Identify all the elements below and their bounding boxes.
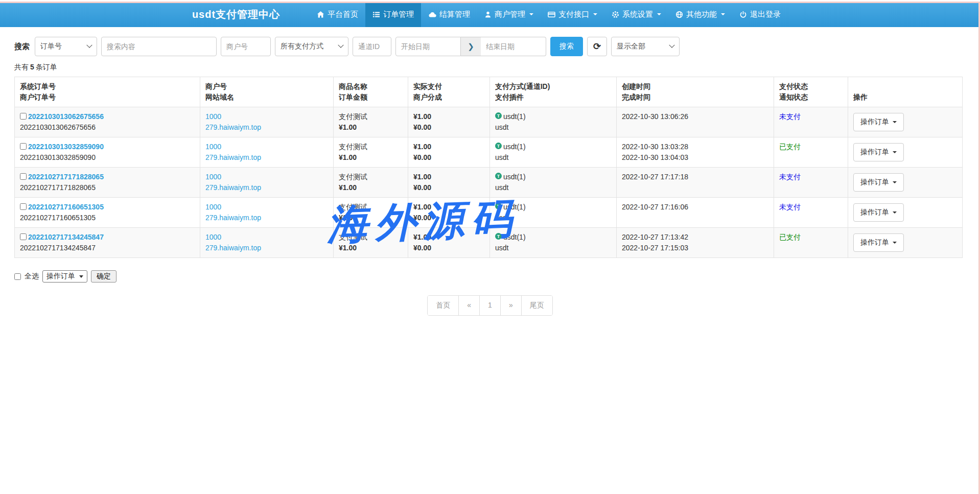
search-button[interactable]: 搜索 <box>550 37 583 56</box>
system-order-link[interactable]: 2022103013032859090 <box>28 143 104 151</box>
pagination-prev[interactable]: « <box>459 296 480 315</box>
pay-method-select[interactable]: 所有支付方式 <box>275 37 348 56</box>
pagination-first[interactable]: 首页 <box>428 296 459 315</box>
table-row: 2022102717171828065 2022102717171828065 … <box>15 168 963 198</box>
merchant-id-link[interactable]: 1000 <box>205 112 221 121</box>
system-order-link[interactable]: 2022102717160651305 <box>28 203 104 211</box>
search-toolbar: 搜索 订单号 所有支付方式 ❯ 搜索 ⟳ 显示全部 <box>0 37 980 56</box>
merchant-share-amount: ¥0.00 <box>413 213 484 223</box>
status-badge: 未支付 <box>779 203 801 211</box>
completed-time <box>622 182 768 193</box>
nav-item-other-functions[interactable]: 其他功能 <box>668 2 732 27</box>
pay-method: usdt(1) <box>503 111 526 122</box>
completed-time <box>622 213 768 223</box>
completed-time: 2022-10-27 17:15:03 <box>622 243 768 253</box>
site-domain-link[interactable]: 279.haiwaiym.top <box>205 183 261 192</box>
nav-item-merchants[interactable]: 商户管理 <box>477 2 541 27</box>
page: usdt支付管理中心 平台首页 订单管理 结算管理 商户管理 支付接口 <box>0 2 980 494</box>
cloud-icon <box>428 11 436 18</box>
site-domain-link[interactable]: 279.haiwaiym.top <box>205 153 261 161</box>
select-all-checkbox[interactable] <box>14 273 21 280</box>
nav-item-label: 其他功能 <box>686 10 717 19</box>
end-date-input[interactable] <box>481 37 546 56</box>
col-header-actions: 操作 <box>848 77 963 107</box>
operate-order-button[interactable]: 操作订单 <box>853 113 904 131</box>
merchant-id-link[interactable]: 1000 <box>205 173 221 181</box>
merchant-id-input[interactable] <box>221 37 271 56</box>
date-range-arrow-button[interactable]: ❯ <box>461 37 481 56</box>
nav-item-label: 平台首页 <box>328 10 358 19</box>
site-domain-link[interactable]: 279.haiwaiym.top <box>205 244 261 252</box>
pay-plugin: usdt <box>495 182 611 193</box>
pagination-next[interactable]: » <box>501 296 522 315</box>
merchant-id-link[interactable]: 1000 <box>205 143 221 151</box>
operate-order-button[interactable]: 操作订单 <box>853 143 904 161</box>
nav-item-system-settings[interactable]: 系统设置 <box>604 2 668 27</box>
user-icon <box>484 11 492 18</box>
row-checkbox[interactable] <box>20 113 27 120</box>
system-order-link[interactable]: 2022103013062675656 <box>28 112 104 121</box>
row-checkbox[interactable] <box>20 233 27 240</box>
caret-down-icon <box>893 181 897 183</box>
completed-time: 2022-10-30 13:04:03 <box>622 152 768 163</box>
nav-item-logout[interactable]: 退出登录 <box>732 2 788 27</box>
order-amount: ¥1.00 <box>339 243 403 253</box>
col-header-times: 创建时间完成时间 <box>617 77 774 107</box>
pay-plugin: usdt <box>495 243 611 253</box>
nav-item-label: 商户管理 <box>495 10 525 19</box>
svg-text:T: T <box>497 204 500 209</box>
display-filter-select[interactable]: 显示全部 <box>611 37 680 56</box>
pay-method: usdt(1) <box>503 232 526 243</box>
caret-down-icon <box>893 242 897 244</box>
site-domain-link[interactable]: 279.haiwaiym.top <box>205 214 261 222</box>
nav-item-settlement[interactable]: 结算管理 <box>421 2 477 27</box>
refresh-button[interactable]: ⟳ <box>587 37 607 56</box>
operate-order-button[interactable]: 操作订单 <box>853 203 904 222</box>
pay-method: usdt(1) <box>503 202 526 213</box>
svg-text:T: T <box>497 113 500 119</box>
power-icon <box>739 11 747 18</box>
order-amount: ¥1.00 <box>339 152 403 163</box>
merchant-share-amount: ¥0.00 <box>413 122 484 133</box>
system-order-link[interactable]: 2022102717134245847 <box>28 233 104 241</box>
search-keyword-input[interactable] <box>101 37 217 56</box>
nav-item-label: 订单管理 <box>383 10 414 19</box>
merchant-id-link[interactable]: 1000 <box>205 233 221 241</box>
confirm-button[interactable]: 确定 <box>91 270 116 283</box>
usdt-icon: T <box>495 232 502 243</box>
pagination-container: 首页 « 1 » 尾页 <box>0 295 980 316</box>
bulk-action-select[interactable]: 操作订单 <box>42 270 87 283</box>
col-header-merchant: 商户号网站域名 <box>200 77 334 107</box>
start-date-input[interactable] <box>395 37 461 56</box>
operate-order-button[interactable]: 操作订单 <box>853 233 904 252</box>
merchant-order-no: 2022103013062675656 <box>20 122 195 133</box>
site-domain-link[interactable]: 279.haiwaiym.top <box>205 123 261 131</box>
row-checkbox[interactable] <box>20 203 27 210</box>
nav-item-home[interactable]: 平台首页 <box>310 2 365 27</box>
created-time: 2022-10-30 13:06:26 <box>622 111 768 122</box>
row-checkbox[interactable] <box>20 143 27 150</box>
pay-plugin: usdt <box>495 213 611 223</box>
product-name: 支付测试 <box>339 202 403 213</box>
channel-id-input[interactable] <box>353 37 391 56</box>
operate-order-button[interactable]: 操作订单 <box>853 173 904 192</box>
svg-text:T: T <box>497 174 500 179</box>
caret-down-icon <box>893 121 897 123</box>
system-order-link[interactable]: 2022102717171828065 <box>28 173 104 181</box>
nav-item-orders[interactable]: 订单管理 <box>365 2 421 27</box>
nav-item-payment-api[interactable]: 支付接口 <box>541 2 604 27</box>
caret-down-icon <box>79 275 83 278</box>
merchant-id-link[interactable]: 1000 <box>205 203 221 211</box>
merchant-order-no: 2022102717160651305 <box>20 213 195 223</box>
row-checkbox[interactable] <box>20 173 27 180</box>
nav-item-label: 结算管理 <box>439 10 470 19</box>
chevron-down-icon <box>657 13 661 15</box>
pagination-last[interactable]: 尾页 <box>522 296 552 315</box>
chevron-down-icon <box>721 13 725 15</box>
merchant-share-amount: ¥0.00 <box>413 243 484 253</box>
search-type-select[interactable]: 订单号 <box>35 37 97 56</box>
list-icon <box>372 11 380 18</box>
pagination-page-1[interactable]: 1 <box>480 296 501 315</box>
table-header-row: 系统订单号商户订单号 商户号网站域名 商品名称订单金额 实际支付商户分成 支付方… <box>15 77 963 107</box>
pay-plugin: usdt <box>495 122 611 133</box>
